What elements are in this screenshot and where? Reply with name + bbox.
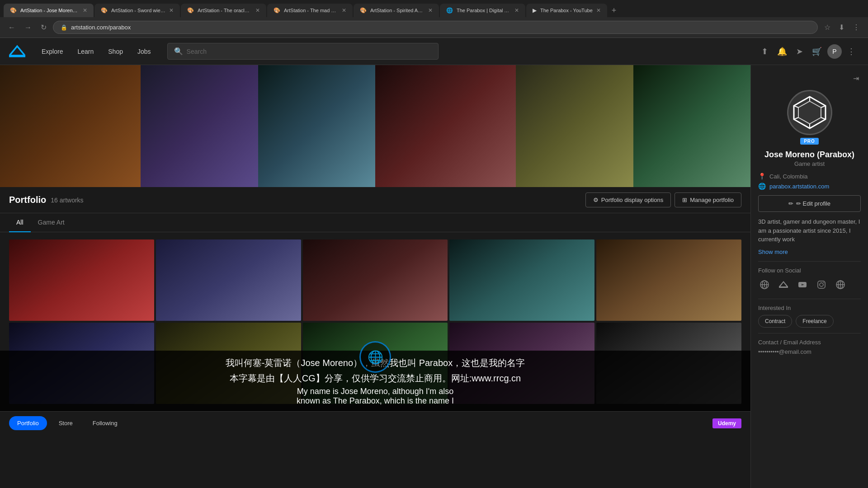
- web-social-button[interactable]: [834, 278, 847, 293]
- artstation-social-button[interactable]: [777, 278, 790, 293]
- tab-4[interactable]: 🎨 ArtStation - The mad cat RRCG... ✕: [267, 4, 353, 17]
- tab-2[interactable]: 🎨 ArtStation - Sword wielder me... ✕: [94, 4, 180, 17]
- hero-image-5[interactable]: [516, 65, 633, 187]
- tab5-close-btn[interactable]: ✕: [428, 7, 433, 14]
- profile-avatar-section: PRO: [758, 90, 861, 145]
- tab7-close-btn[interactable]: ✕: [596, 7, 601, 14]
- send-icon[interactable]: ➤: [793, 43, 807, 60]
- website-item[interactable]: 🌐 parabox.artstation.com: [758, 183, 861, 190]
- edit-profile-button[interactable]: ✏ ✏ Edit profile: [758, 195, 861, 212]
- hero-image-6[interactable]: [633, 65, 750, 187]
- bottom-tab-portfolio[interactable]: Portfolio: [9, 416, 47, 430]
- tab5-favicon: 🎨: [360, 7, 367, 14]
- artstation-nav: Explore Learn Shop Jobs 🔍 ⬆ 🔔 ➤ 🛒 P ⋮: [0, 38, 868, 65]
- tab-game-art[interactable]: Game Art: [31, 213, 72, 232]
- tab-6[interactable]: 🌐 The Parabox | Digital Artist | U... ✕: [440, 4, 525, 17]
- globe-icon: 🌐: [368, 350, 383, 365]
- tab4-favicon: 🎨: [274, 7, 280, 14]
- interest-contract: Contract: [758, 315, 792, 328]
- user-avatar[interactable]: P: [827, 44, 842, 59]
- grid-item-3[interactable]: [303, 239, 448, 321]
- tab7-favicon: ▶: [533, 7, 537, 14]
- hero-image-1[interactable]: [0, 65, 141, 187]
- nav-refresh-button[interactable]: ↻: [38, 21, 49, 33]
- profile-avatar[interactable]: [787, 90, 832, 135]
- grid-item-1[interactable]: [9, 239, 154, 321]
- sidebar-collapse-button[interactable]: ⇥: [851, 72, 861, 84]
- bottom-tab-store[interactable]: Store: [51, 416, 81, 430]
- tab-7[interactable]: ▶ The Parabox - YouTube ✕: [526, 4, 607, 17]
- svg-rect-1: [9, 55, 25, 57]
- social-section-title: Follow on Social: [758, 267, 861, 274]
- youtube-social-button[interactable]: [796, 278, 809, 293]
- svg-point-20: [823, 282, 824, 283]
- bottom-tab-following[interactable]: Following: [85, 416, 126, 430]
- pro-badge: PRO: [800, 138, 819, 145]
- divider-1: [758, 261, 861, 262]
- tab-title: ArtStation - Jose Moreno (Para...: [20, 8, 79, 13]
- search-bar[interactable]: 🔍: [167, 43, 439, 60]
- nav-jobs[interactable]: Jobs: [130, 38, 158, 65]
- svg-marker-3: [798, 101, 821, 124]
- cart-icon[interactable]: 🛒: [808, 43, 826, 60]
- upload-icon[interactable]: ⬆: [758, 43, 772, 60]
- nav-back-button[interactable]: ←: [5, 22, 18, 33]
- tab-all[interactable]: All: [9, 213, 31, 232]
- show-more-link[interactable]: Show more: [758, 249, 788, 255]
- tab-active[interactable]: 🎨 ArtStation - Jose Moreno (Para... ✕: [4, 4, 94, 17]
- svg-marker-0: [9, 45, 25, 55]
- website-meta-icon: 🌐: [758, 183, 766, 190]
- grid-item-5[interactable]: [596, 239, 741, 321]
- download-icon[interactable]: ⬇: [836, 21, 847, 33]
- tab-bar: 🎨 ArtStation - Jose Moreno (Para... ✕ 🎨 …: [0, 0, 868, 17]
- lock-icon: 🔒: [61, 24, 67, 31]
- tab3-close-btn[interactable]: ✕: [255, 7, 260, 14]
- artstation-logo[interactable]: [9, 43, 25, 60]
- share-social-button[interactable]: [758, 278, 771, 293]
- nav-forward-button[interactable]: →: [22, 22, 34, 33]
- udemy-logo: Udemy: [712, 418, 741, 428]
- grid-item-2[interactable]: [156, 239, 301, 321]
- tab2-favicon: 🎨: [101, 7, 108, 14]
- nav-links: Explore Learn Shop Jobs: [34, 38, 158, 65]
- tab2-close-btn[interactable]: ✕: [169, 7, 174, 14]
- hero-banner: [0, 65, 750, 187]
- portfolio-artwork-count: 16 artworks: [51, 197, 83, 204]
- grid-item-4[interactable]: [449, 239, 594, 321]
- tab-3[interactable]: 🎨 ArtStation - The oracle of the t... ✕: [181, 4, 266, 17]
- notifications-icon[interactable]: 🔔: [774, 43, 791, 60]
- website-link[interactable]: parabox.artstation.com: [769, 183, 829, 190]
- nav-learn[interactable]: Learn: [70, 38, 101, 65]
- tab3-title: ArtStation - The oracle of the t...: [198, 8, 252, 13]
- bookmark-icon[interactable]: ☆: [821, 21, 833, 33]
- new-tab-button[interactable]: +: [608, 4, 620, 17]
- globe-watermark: 🌐: [357, 339, 393, 375]
- address-bar-actions: ☆ ⬇ ⋮: [821, 21, 863, 33]
- contact-email: ••••••••••@email.com: [758, 348, 861, 355]
- nav-shop[interactable]: Shop: [101, 38, 130, 65]
- url-bar[interactable]: 🔒 artstation.com/parabox: [53, 21, 818, 34]
- nav-explore[interactable]: Explore: [34, 38, 70, 65]
- tab-5[interactable]: 🎨 ArtStation - Spirited Away gam... ✕: [354, 4, 439, 17]
- tab6-close-btn[interactable]: ✕: [514, 7, 519, 14]
- hero-image-4[interactable]: [375, 65, 516, 187]
- gear-icon: ⚙: [593, 197, 599, 203]
- tab4-close-btn[interactable]: ✕: [342, 7, 346, 14]
- portfolio-display-options-button[interactable]: ⚙ Portfolio display options: [585, 192, 671, 207]
- search-input[interactable]: [187, 48, 432, 55]
- tab-close-btn[interactable]: ✕: [83, 7, 87, 14]
- contact-title: Contact / Email Address: [758, 339, 861, 346]
- subtitle-en-line1: My name is Jose Moreno, although I'm als…: [9, 387, 741, 396]
- main-layout: Portfolio 16 artworks ⚙ Portfolio displa…: [0, 65, 868, 488]
- interest-tags: Contract Freelance: [758, 315, 861, 328]
- instagram-social-button[interactable]: [815, 278, 828, 293]
- hero-image-3[interactable]: [258, 65, 375, 187]
- hero-image-2[interactable]: [141, 65, 258, 187]
- edit-icon: ✏: [788, 200, 793, 207]
- bottom-bar: Portfolio Store Following Udemy: [0, 411, 750, 435]
- right-sidebar: ⇥ PRO Jose Moreno (Parabox) Game artist: [750, 65, 868, 488]
- menu-icon[interactable]: ⋮: [844, 43, 859, 60]
- svg-point-19: [820, 283, 823, 286]
- manage-portfolio-button[interactable]: ⊞ Manage portfolio: [675, 192, 741, 207]
- settings-icon[interactable]: ⋮: [850, 21, 863, 33]
